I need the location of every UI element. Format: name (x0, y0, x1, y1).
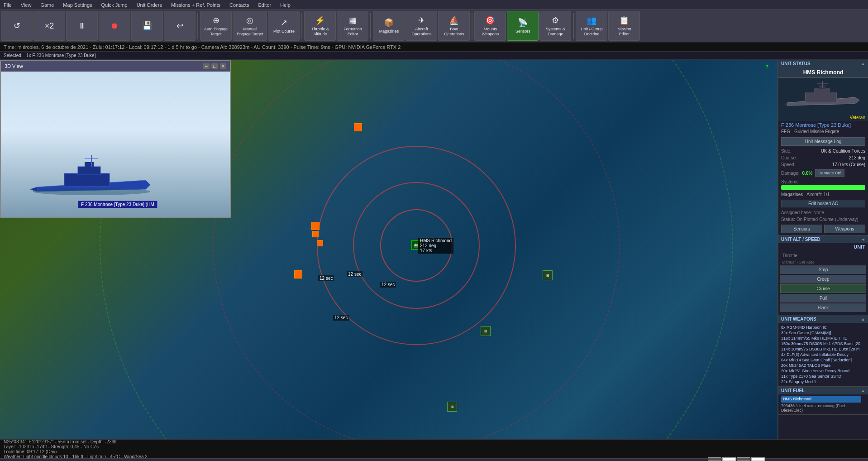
stop-btn[interactable]: Stop (780, 265, 866, 274)
orange-unit-3[interactable] (294, 270, 302, 279)
speed-icon: ×2 (45, 21, 54, 31)
weapon-1[interactable]: 32x Sea Castor [CAMM(M)] (781, 330, 865, 336)
weapon-4[interactable]: 114x 30mm/75 DS30B Mk1 HE Burst [20 m (781, 346, 865, 352)
magazines-btn[interactable]: 📦 Magazines (373, 11, 405, 41)
mounts-btn[interactable]: 🎯 MountsWeapons (474, 11, 506, 41)
toolbar: ↺ ×2 ⏸ ⏺ 💾 ↩ ⊕ Auto EngageTarget ◎ Manua… (0, 10, 868, 43)
map-container[interactable]: 🚢 HMS Richmond 213 deg 17 kts ⊞ ⊞ ⊞ 12 s… (0, 60, 777, 439)
orange-unit-4[interactable] (312, 231, 319, 237)
weapons-expand[interactable]: ▲ (861, 317, 865, 322)
unit-alt-speed-section: UNIT ALT / SPEED ◄ UNIT Throttle Manual … (778, 235, 868, 315)
throttle-btn[interactable]: ⚡ Throttle &Altitude (304, 11, 336, 41)
green-unit-3[interactable]: ⊞ (447, 402, 457, 412)
aircraft-ops-btn[interactable]: ✈ AircraftOperations (405, 11, 437, 41)
menu-map-settings[interactable]: Map Settings (61, 2, 94, 8)
maximize-btn[interactable]: □ (211, 63, 218, 69)
weapon-2[interactable]: 316x 114mm/55 Mk8 HE(MP)ER HE (781, 336, 865, 341)
minimize-btn[interactable]: − (203, 63, 209, 69)
weapon-7[interactable]: 20x Mk245A2 TALOS Flare (781, 363, 865, 368)
sim-record-btn[interactable]: ⏺ (99, 11, 130, 41)
scale-bar: 0 16 31 50 Nautical miles (708, 457, 765, 461)
time-bar: Time: miércoles, 6 de octubre de 2021 - … (0, 43, 868, 52)
menu-bar: File View Game Map Settings Quick Jump U… (0, 0, 868, 10)
full-btn[interactable]: Full (780, 294, 866, 303)
boat-ops-btn[interactable]: ⛵ BoatOperations (438, 11, 470, 41)
menu-help[interactable]: Help (278, 2, 292, 8)
boat-icon: ⛵ (449, 15, 459, 25)
plot-course-btn[interactable]: ↗ Plot Course (268, 11, 300, 41)
right-panel: UNIT STATUS ▲ HMS Richmond Vet (777, 60, 868, 439)
status-course-row: Status: On Plotted Course (Underway) (778, 216, 868, 223)
ship-svg (28, 149, 155, 203)
ship-3d-label: F 236 Montrose [Type 23 Duke] (HM (78, 201, 157, 208)
systems-btn[interactable]: ⚙ Systems &Damage (539, 11, 571, 41)
unit-group-btn[interactable]: 👥 Unit / GroupDoctrine (576, 11, 607, 41)
orange-unit-5[interactable] (317, 240, 323, 246)
weapon-6[interactable]: 64x Mk214 Sea Gnat Chaff [Seduction] (781, 357, 865, 363)
unit-image-container (778, 78, 868, 114)
formation-icon: ▦ (349, 15, 357, 25)
course-label: Course: (781, 155, 797, 160)
unit-message-log-btn[interactable]: Unit Message Log (781, 137, 865, 146)
aircraft-icon: ✈ (418, 15, 425, 25)
magazines-lbl: Magazines (781, 192, 803, 197)
sim-rewind-btn[interactable]: ↺ (1, 11, 33, 41)
sensors-btn-panel[interactable]: Sensors (781, 225, 822, 233)
manual-engage-label: ManualEngage Target (237, 27, 263, 37)
menu-unit-orders[interactable]: Unit Orders (135, 2, 164, 8)
unit-status-expand[interactable]: ▲ (861, 61, 865, 66)
green-unit-1[interactable]: ⊞ (543, 270, 553, 280)
close-btn[interactable]: × (220, 63, 226, 69)
auto-engage-btn[interactable]: ⊕ Auto EngageTarget (200, 11, 232, 41)
weapons-btn-panel[interactable]: Weapons (824, 225, 865, 233)
edit-ac-btn[interactable]: Edit hosted AC (781, 200, 865, 207)
green-unit-2[interactable]: ⊞ (481, 326, 491, 336)
fuel-bar: HMS Richmond (781, 396, 861, 403)
manual-engage-btn[interactable]: ◎ ManualEngage Target (233, 11, 267, 41)
damage-ctrl-btn[interactable]: Damage Ctrl (815, 169, 844, 177)
fuel-bar-container: HMS Richmond 799436.1 fuel units remaini… (778, 394, 868, 414)
unit-fuel-section: UNIT FUEL ▲ HMS Richmond 799436.1 fuel u… (778, 387, 868, 415)
fuel-expand[interactable]: ▲ (861, 388, 865, 393)
menu-file[interactable]: File (2, 2, 14, 8)
menu-view[interactable]: View (19, 2, 33, 8)
orange-unit-1[interactable] (354, 123, 362, 131)
scale-mark-3 (751, 457, 765, 461)
weapons-list: 8x RGM-84D Harpoon IC 32x Sea Castor [CA… (778, 323, 868, 386)
formation-btn[interactable]: ▦ FormationEditor (337, 11, 368, 41)
menu-contacts[interactable]: Contacts (228, 2, 251, 8)
hms-richmond-label: HMS Richmond 213 deg 17 kts (418, 238, 453, 254)
weapon-10[interactable]: 22x Stingray Mod 1 (781, 379, 865, 384)
weapon-8[interactable]: 20x Mk251 Siren Active Decoy Round (781, 368, 865, 374)
unit-silhouette (782, 80, 864, 112)
weapon-9[interactable]: 11x Type 2170 Sea Sentor SSTD (781, 374, 865, 379)
sensor-weapons-btns: Sensors Weapons (778, 223, 868, 235)
sensors-btn-toolbar[interactable]: 📡 Sensors (507, 11, 539, 41)
sim-pause-btn[interactable]: ⏸ (66, 11, 98, 41)
unit-type-text: FFG - Guided Missile Frigate (778, 129, 868, 135)
sim-undo-btn[interactable]: ↩ (164, 11, 196, 41)
weapon-3[interactable]: 150x 30mm/75 DS30B Mk1 APDS Burst [20 (781, 341, 865, 346)
weapon-5[interactable]: 4x DLF(3) Advanced Inflatable Decoy (781, 352, 865, 357)
sim-save-btn[interactable]: 💾 (131, 11, 163, 41)
cruise-btn[interactable]: Cruise (780, 284, 866, 293)
damage-row: Damage: 0.0% Damage Ctrl (778, 168, 868, 178)
flank-btn[interactable]: Flank (780, 303, 866, 312)
unit-alt-speed-title: UNIT ALT / SPEED (781, 237, 820, 242)
unit-name-link[interactable]: F 236 Montrose [Type 23 Duke] (778, 121, 868, 129)
menu-quick-jump[interactable]: Quick Jump (100, 2, 129, 8)
unit-group-icon: 👥 (587, 15, 596, 25)
menu-editor[interactable]: Editor (256, 2, 273, 8)
throttle-main-label: Throttle (780, 252, 866, 259)
mission-editor-btn[interactable]: 📋 MissionEditor (608, 11, 640, 41)
alt-speed-expand[interactable]: ◄ (861, 237, 865, 242)
menu-game[interactable]: Game (38, 2, 56, 8)
weapon-0[interactable]: 8x RGM-84D Harpoon IC (781, 325, 865, 330)
orange-unit-2[interactable] (311, 222, 320, 230)
menu-missions[interactable]: Missions + Ref. Points (169, 2, 222, 8)
manual-engage-icon: ◎ (246, 15, 253, 25)
unit-fuel-title: UNIT FUEL (781, 388, 805, 393)
sim-speed-btn[interactable]: ×2 (33, 11, 65, 41)
creep-btn[interactable]: Creep (780, 275, 866, 283)
throttle-icon: ⚡ (315, 15, 325, 25)
